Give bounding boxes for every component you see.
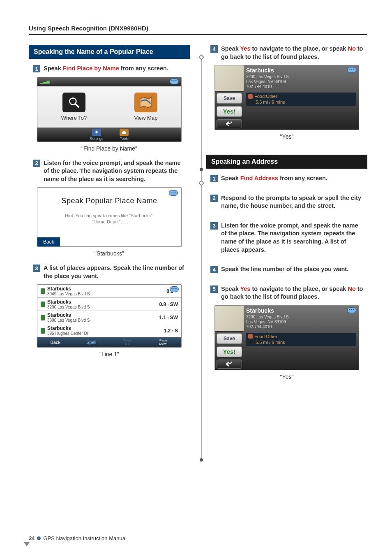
view-map-label: View Map bbox=[134, 115, 158, 121]
list-item: Starbucks 395 Hughes Center Dr 1.2↑ S bbox=[37, 324, 181, 337]
voice-command: Find Address bbox=[240, 175, 278, 181]
continuation-arrow-icon bbox=[24, 542, 30, 546]
speech-bubble-icon bbox=[170, 79, 179, 84]
voice-command: No bbox=[348, 285, 355, 292]
result-dir: SW bbox=[170, 315, 178, 320]
caption: "Yes" bbox=[206, 133, 367, 140]
step-number: 3 bbox=[210, 222, 218, 230]
svg-rect-3 bbox=[123, 131, 125, 132]
speak-title: Speak Popular Place Name bbox=[37, 188, 181, 205]
save-button: Save bbox=[217, 93, 242, 104]
place-phone: 702-794-4010 bbox=[246, 325, 356, 330]
step-number: 2 bbox=[210, 195, 218, 202]
section-title-address: Speaking an Address bbox=[206, 155, 367, 169]
tools-label: Tools bbox=[120, 137, 129, 141]
place-addr: 3200 Las Vegas Blvd S bbox=[246, 74, 356, 79]
step-text: Speak bbox=[221, 285, 240, 292]
speech-bubble-icon bbox=[347, 307, 356, 313]
speech-bubble-icon bbox=[169, 190, 178, 196]
direction-arrow-icon: ↑ bbox=[171, 328, 174, 333]
step-number: 2 bbox=[33, 160, 40, 167]
page-number: 24 bbox=[29, 535, 35, 541]
speak-hint: Hint: You can speak names like "Starbuck… bbox=[37, 213, 181, 218]
where-to-label: Where To? bbox=[61, 115, 87, 121]
car-icon bbox=[248, 100, 254, 104]
settings-icon bbox=[92, 129, 101, 136]
distance-time: 5.5 mi / 6 mins bbox=[256, 340, 285, 345]
page-up-button: Page Up bbox=[109, 339, 145, 346]
save-button: Save bbox=[217, 333, 242, 344]
step-4: 4 Speak Yes to navigate to the place, or… bbox=[206, 45, 367, 61]
caption: "Starbucks" bbox=[29, 250, 190, 257]
map-thumbnail bbox=[215, 306, 244, 332]
result-name: Starbucks bbox=[47, 299, 159, 305]
step-number: 1 bbox=[210, 175, 218, 182]
right-column: 4 Speak Yes to navigate to the place, or… bbox=[206, 45, 367, 388]
view-map-icon bbox=[134, 93, 157, 112]
place-addr: Las Vegas, NV 89109 bbox=[246, 79, 356, 84]
step-text: Respond to the prompts to speak or spell… bbox=[221, 194, 363, 210]
yes-button: Yes! bbox=[217, 346, 242, 357]
result-addr: 3300 Las Vegas Blvd S bbox=[47, 318, 159, 323]
step-3: 3 A list of places appears. Speak the li… bbox=[29, 264, 190, 280]
timeline-dot-icon bbox=[200, 168, 203, 171]
voice-command: Yes bbox=[240, 45, 251, 52]
step-number: 5 bbox=[210, 285, 218, 293]
yes-button: Yes! bbox=[217, 106, 242, 117]
spell-button: Spell bbox=[74, 340, 110, 345]
category: Food:Other bbox=[254, 334, 277, 339]
screenshot-place-detail: Save Yes! Starbucks 3200 Las Vegas Blvd … bbox=[214, 65, 359, 130]
addr-step-5: 5 Speak Yes to navigate to the place, or… bbox=[206, 285, 367, 301]
place-name: Starbucks bbox=[246, 67, 356, 74]
result-dir: S bbox=[175, 328, 178, 334]
screenshot-results-list: Starbucks 3049 Las Vegas Blvd S 0.6↗ Sta… bbox=[37, 284, 182, 348]
voice-command: Yes bbox=[240, 285, 251, 292]
screenshot-main-menu: ▁▃▅ Where To? View Map bbox=[37, 77, 182, 142]
step-text: from any screen. bbox=[278, 175, 327, 181]
poi-icon bbox=[41, 288, 45, 294]
list-item: Starbucks 3049 Las Vegas Blvd S 0.6↗ bbox=[37, 285, 181, 298]
bullet-icon bbox=[37, 536, 41, 540]
place-phone: 702-794-4010 bbox=[246, 84, 356, 89]
addr-step-3: 3 Listen for the voice prompt, and speak… bbox=[206, 222, 367, 254]
result-addr: 3200 Las Vegas Blvd S bbox=[47, 305, 159, 309]
addr-step-1: 1 Speak Find Address from any screen. bbox=[206, 174, 367, 183]
car-icon bbox=[248, 341, 254, 344]
place-addr: Las Vegas, NV 89109 bbox=[246, 320, 356, 325]
speech-bubble-icon bbox=[170, 286, 179, 292]
result-name: Starbucks bbox=[47, 325, 164, 331]
page-down-button: Page Down bbox=[145, 339, 182, 346]
step-text: Speak bbox=[221, 45, 240, 52]
left-column: Speaking the Name of a Popular Place 1 S… bbox=[29, 45, 190, 388]
step-number: 4 bbox=[210, 266, 218, 273]
screenshot-place-detail: Save Yes! Starbucks 3200 Las Vegas Blvd … bbox=[214, 305, 359, 370]
speech-bubble-icon bbox=[347, 67, 356, 73]
voice-command: No bbox=[348, 45, 355, 52]
timeline-line bbox=[201, 58, 202, 461]
poi-icon bbox=[41, 315, 45, 320]
direction-arrow-icon: ↑ bbox=[167, 315, 169, 320]
step-text: Listen for the voice prompt, and speak t… bbox=[221, 222, 363, 254]
step-text: Speak the line number of the place you w… bbox=[221, 265, 348, 274]
food-icon bbox=[248, 94, 253, 99]
where-to-icon bbox=[62, 93, 85, 112]
step-text: to navigate to the place, or speak bbox=[251, 285, 348, 292]
section-title-popular-place: Speaking the Name of a Popular Place bbox=[29, 45, 190, 59]
step-text: A list of places appears. Speak the line… bbox=[44, 264, 186, 280]
caption: "Yes" bbox=[206, 374, 367, 380]
page-header: Using Speech Recognition (DNX9980HD) bbox=[29, 25, 367, 35]
back-button bbox=[217, 360, 242, 369]
svg-line-1 bbox=[75, 104, 79, 107]
result-dist: 1.2 bbox=[164, 328, 171, 334]
addr-step-2: 2 Respond to the prompts to speak or spe… bbox=[206, 194, 367, 210]
distance-time: 5.5 mi / 6 mins bbox=[256, 100, 285, 104]
step-2: 2 Listen for the voice prompt, and speak… bbox=[29, 159, 190, 183]
result-name: Starbucks bbox=[47, 286, 166, 292]
page-footer: 24 GPS Navigation Instruction Manual bbox=[29, 535, 127, 541]
step-number: 1 bbox=[33, 65, 40, 72]
result-dist: 1.1 bbox=[159, 315, 166, 320]
list-item: Starbucks 3300 Las Vegas Blvd S 1.1↑ SW bbox=[37, 311, 181, 324]
settings-label: Settings bbox=[90, 137, 104, 141]
step-1: 1 Speak Find Place by Name from any scre… bbox=[29, 65, 190, 73]
category: Food:Other bbox=[254, 94, 277, 99]
